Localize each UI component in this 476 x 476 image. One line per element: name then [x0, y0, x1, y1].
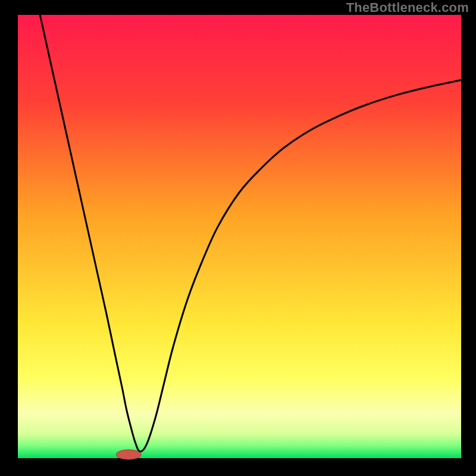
minimum-marker	[116, 450, 141, 459]
chart-wrapper: TheBottleneck.com	[0, 0, 476, 476]
chart-svg	[0, 0, 476, 476]
watermark-text: TheBottleneck.com	[346, 0, 469, 15]
plot-background	[18, 15, 461, 458]
